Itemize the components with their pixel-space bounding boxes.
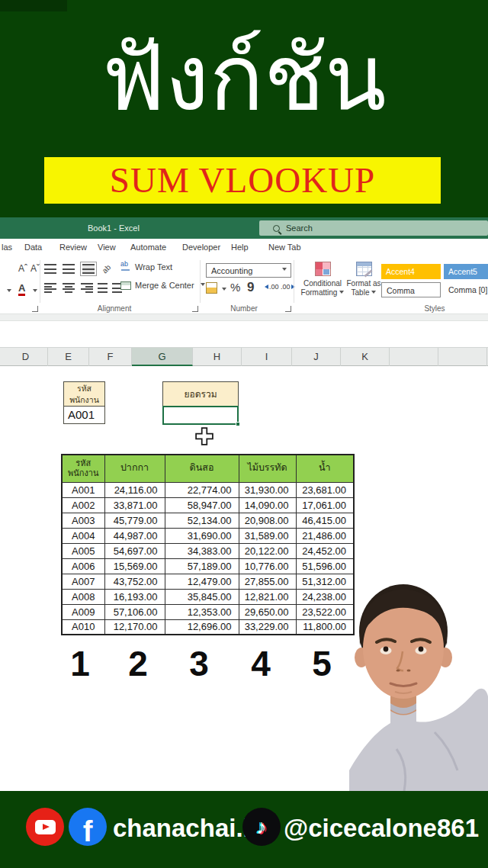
table-cell[interactable]: 52,134.00	[165, 513, 239, 528]
tab-automate[interactable]: Automate	[130, 239, 166, 256]
orientation-icon[interactable]: ab	[101, 263, 113, 275]
alignment-dialog-launcher-icon[interactable]	[192, 306, 198, 312]
table-cell[interactable]: 12,696.00	[165, 619, 239, 635]
tab-developer[interactable]: Developer	[182, 239, 220, 256]
tab-help[interactable]: Help	[231, 239, 249, 256]
table-header-cell[interactable]: ปากกา	[104, 455, 165, 482]
increase-font-size-icon[interactable]: Aˆ	[18, 263, 27, 274]
table-cell[interactable]: 21,486.00	[296, 528, 354, 543]
font-color-icon[interactable]: A	[18, 283, 25, 296]
style-chip-comma[interactable]: Comma	[381, 282, 441, 297]
table-cell[interactable]: A006	[62, 558, 104, 574]
format-as-table-button[interactable]: Format as Table	[345, 262, 383, 306]
style-chip-comma-0[interactable]: Comma [0]	[444, 282, 488, 297]
tab-new-tab[interactable]: New Tab	[268, 239, 301, 256]
column-header-E[interactable]: E	[48, 348, 89, 366]
column-header-blank[interactable]	[438, 348, 487, 366]
table-cell[interactable]: A004	[62, 528, 104, 543]
accounting-format-icon[interactable]	[206, 282, 217, 294]
table-cell[interactable]: A001	[62, 482, 104, 497]
table-cell[interactable]: A007	[62, 574, 104, 589]
table-cell[interactable]: A010	[62, 619, 104, 635]
table-cell[interactable]: 15,569.00	[104, 558, 165, 574]
table-cell[interactable]: 44,987.00	[104, 528, 165, 543]
tab-data[interactable]: Data	[24, 239, 42, 256]
table-cell[interactable]: A003	[62, 513, 104, 528]
table-cell[interactable]: 33,229.00	[239, 619, 296, 635]
column-header-H[interactable]: H	[193, 348, 242, 366]
column-header-F[interactable]: F	[89, 348, 132, 366]
table-cell[interactable]: 31,930.00	[239, 482, 296, 497]
table-cell[interactable]: 46,415.00	[296, 513, 354, 528]
table-cell[interactable]: 29,650.00	[239, 604, 296, 619]
decrease-decimal-icon[interactable]: .00	[281, 283, 297, 291]
accounting-dropdown-icon[interactable]	[222, 288, 226, 293]
table-cell[interactable]: 24,452.00	[296, 543, 354, 558]
tab-view[interactable]: View	[98, 239, 116, 256]
column-header-J[interactable]: J	[292, 348, 341, 366]
table-cell[interactable]: 51,596.00	[296, 558, 354, 574]
table-cell[interactable]: A002	[62, 497, 104, 513]
table-cell[interactable]: 12,353.00	[165, 604, 239, 619]
table-cell[interactable]: A009	[62, 604, 104, 619]
wrap-text-button[interactable]: Wrap Text	[120, 262, 172, 272]
top-align-icon[interactable]	[44, 264, 56, 274]
search-input[interactable]: Search	[259, 220, 488, 236]
fill-handle[interactable]	[236, 422, 240, 426]
comma-style-icon[interactable]: 9	[247, 280, 254, 295]
table-cell[interactable]: 57,189.00	[165, 558, 239, 574]
column-header-G[interactable]: G	[132, 348, 193, 366]
table-cell[interactable]: 58,947.00	[165, 497, 239, 513]
table-header-cell[interactable]: ไม้บรรทัด	[239, 455, 296, 482]
lookup-header-cell[interactable]: รหัส พนักงาน	[63, 381, 105, 407]
increase-decimal-icon[interactable]: .00	[262, 283, 279, 291]
decrease-font-size-icon[interactable]: Aˇ	[30, 263, 40, 274]
column-header-blank[interactable]	[390, 348, 438, 366]
table-cell[interactable]: 12,170.00	[104, 619, 165, 635]
style-chip-accent5[interactable]: Accent5	[444, 264, 488, 279]
table-cell[interactable]: 31,690.00	[165, 528, 239, 543]
column-header-I[interactable]: I	[242, 348, 292, 366]
table-header-cell[interactable]: รหัส พนักงาน	[62, 455, 104, 482]
table-cell[interactable]: 31,589.00	[239, 528, 296, 543]
table-cell[interactable]: 20,908.00	[239, 513, 296, 528]
table-cell[interactable]: 16,193.00	[104, 589, 165, 604]
table-cell[interactable]: 20,122.00	[239, 543, 296, 558]
table-cell[interactable]: 12,479.00	[165, 574, 239, 589]
table-cell[interactable]: A005	[62, 543, 104, 558]
table-cell[interactable]: 17,061.00	[296, 497, 354, 513]
border-dropdown-icon[interactable]	[7, 289, 11, 294]
tab-review[interactable]: Review	[59, 239, 87, 256]
percent-style-icon[interactable]: %	[230, 281, 240, 294]
total-header-cell[interactable]: ยอดรวม	[162, 381, 239, 407]
number-format-select[interactable]: Accounting	[206, 263, 291, 278]
middle-align-icon[interactable]	[63, 264, 75, 274]
table-cell[interactable]: 45,779.00	[104, 513, 165, 528]
table-cell[interactable]: 33,871.00	[104, 497, 165, 513]
table-cell[interactable]: 57,106.00	[104, 604, 165, 619]
number-dialog-launcher-icon[interactable]	[285, 306, 291, 312]
table-cell[interactable]: 24,116.00	[104, 482, 165, 497]
bottom-align-icon[interactable]	[82, 264, 95, 274]
table-cell[interactable]: 34,383.00	[165, 543, 239, 558]
table-cell[interactable]: 54,697.00	[104, 543, 165, 558]
column-header-K[interactable]: K	[341, 348, 390, 366]
table-cell[interactable]: 23,681.00	[296, 482, 354, 497]
table-cell[interactable]: 27,855.00	[239, 574, 296, 589]
table-cell[interactable]: 43,752.00	[104, 574, 165, 589]
table-header-cell[interactable]: น้ำ	[296, 455, 354, 482]
font-dialog-launcher-icon[interactable]	[32, 306, 38, 312]
table-cell[interactable]: 35,845.00	[165, 589, 239, 604]
active-cell[interactable]	[162, 406, 239, 425]
style-chip-accent4[interactable]: Accent4	[381, 264, 441, 279]
merge-center-button[interactable]: Merge & Center	[120, 281, 205, 290]
table-cell[interactable]: 12,821.00	[239, 589, 296, 604]
table-cell[interactable]: 14,090.00	[239, 497, 296, 513]
table-header-cell[interactable]: ดินสอ	[165, 455, 239, 482]
table-cell[interactable]: 22,774.00	[165, 482, 239, 497]
font-color-dropdown-icon[interactable]	[33, 289, 37, 294]
conditional-formatting-button[interactable]: Conditional Formatting	[299, 262, 346, 306]
decrease-indent-icon[interactable]	[98, 283, 108, 293]
align-right-icon[interactable]	[81, 283, 93, 293]
lookup-value-cell[interactable]: A001	[63, 406, 105, 424]
